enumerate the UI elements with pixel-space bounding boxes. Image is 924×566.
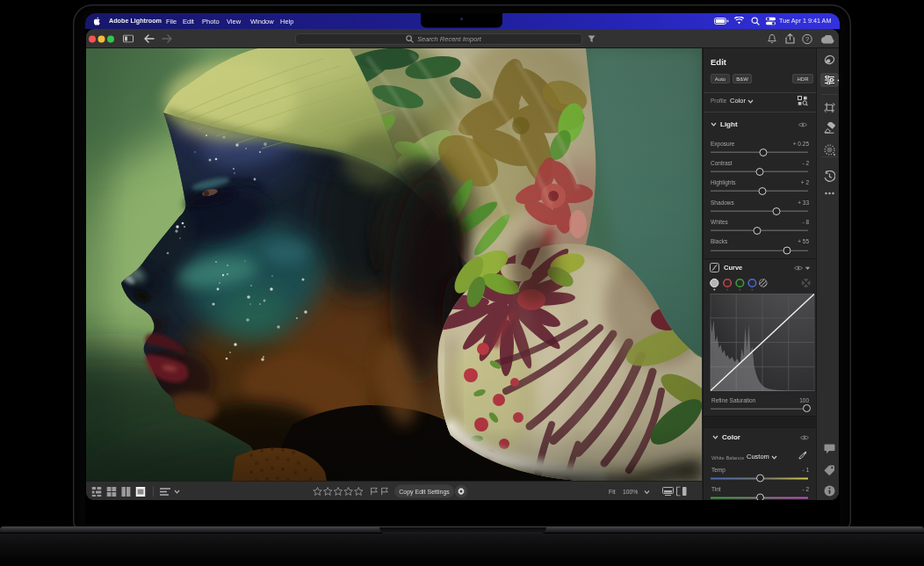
svg-text:?: ? [805, 35, 809, 43]
